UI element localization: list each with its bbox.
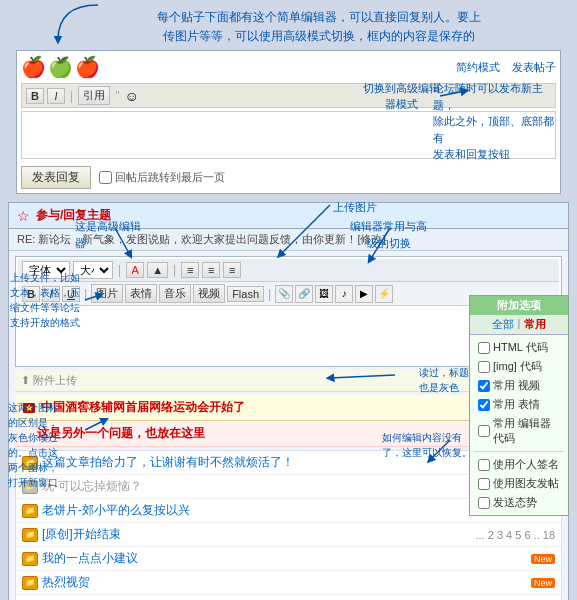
page-container: 每个贴子下面都有这个简单编辑器，可以直接回复别人。要上 传图片等等，可以使用高级…: [0, 0, 577, 600]
align-center[interactable]: ≡: [202, 262, 220, 278]
thread-title-2: 玩-可以忘掉烦恼？: [42, 478, 472, 495]
right-annot-post: 论坛随时可以发布新主题，除此之外，顶部、底部都有发表和回复按钮: [433, 80, 563, 163]
new-badge-5: New: [531, 554, 555, 564]
apple-icons-row: 🍎 🍏 🍎: [21, 55, 100, 79]
adv-toolbar-row1: 字体 大小 | A ▲ | ≡ ≡ ≡: [18, 259, 559, 282]
side-panel-header: 附加选项: [470, 296, 568, 315]
align-left[interactable]: ≡: [181, 262, 199, 278]
highlight-thread-text: 这是另外一个问题，也放在这里: [37, 426, 205, 440]
tab-all[interactable]: 全部: [492, 317, 514, 332]
side-panel: 附加选项 全部 | 常用 HTML 代码 [img] 代码 常用 视频 常用 表…: [469, 295, 569, 516]
submit-reply-btn[interactable]: 发表回复: [21, 166, 91, 189]
music-btn[interactable]: 音乐: [159, 284, 191, 303]
mode-label: 简约模式: [456, 60, 500, 75]
icon-link[interactable]: 🔗: [295, 285, 313, 303]
thread-title-4: [原创]开始结束: [42, 526, 472, 543]
side-item-img[interactable]: [img] 代码: [474, 357, 564, 376]
thread-title-6: 热烈视贺: [42, 574, 524, 591]
align-right[interactable]: ≡: [223, 262, 241, 278]
section-icon: ☆: [17, 208, 30, 224]
new-badge-6: New: [531, 578, 555, 588]
icon-upload[interactable]: 📎: [275, 285, 293, 303]
top-annotation-text: 每个贴子下面都有这个简单编辑器，可以直接回复别人。要上: [157, 10, 481, 24]
video-btn[interactable]: 视频: [193, 284, 225, 303]
switch-common-annot: 编辑器常用与高级的切换: [350, 218, 427, 251]
quote-btn[interactable]: 引用: [78, 86, 110, 105]
side-panel-tabs: 全部 | 常用: [470, 315, 568, 335]
top-annotation: 每个贴子下面都有这个简单编辑器，可以直接回复别人。要上 传图片等等，可以使用高级…: [8, 8, 569, 46]
附加选项-label: 附加选项: [497, 298, 541, 313]
folder-icon-4: 📁: [22, 528, 38, 542]
side-panel-items: HTML 代码 [img] 代码 常用 视频 常用 表情 常用 编辑器代码 使用…: [470, 335, 568, 515]
recover-annot: 如何编辑内容没有了，这里可以恢复。: [382, 430, 472, 460]
img-btn[interactable]: 图片: [91, 284, 123, 303]
thread-title-5: 我的一点点小建议: [42, 550, 524, 567]
bold-btn[interactable]: B: [26, 88, 44, 104]
thread-item-4[interactable]: 📁 [原创]开始结束 ... 2 3 4 5 6 .. 18: [16, 523, 561, 547]
thread-item-6[interactable]: 📁 热烈视贺 New: [16, 571, 561, 595]
featured-thread-title: 中国酒窖移辅网首届网络运动会开始了: [41, 399, 245, 416]
color-btn[interactable]: A: [126, 262, 144, 278]
face-btn[interactable]: 表情: [125, 284, 157, 303]
sep2: |: [171, 263, 178, 277]
sep3: |: [82, 287, 89, 301]
side-item-send[interactable]: 发送态势: [474, 493, 564, 512]
apple-icon-1: 🍎: [21, 55, 46, 79]
side-item-html[interactable]: HTML 代码: [474, 338, 564, 357]
italic-btn[interactable]: I: [47, 88, 65, 104]
side-item-sig[interactable]: 使用个人签名: [474, 455, 564, 474]
thread-item-5[interactable]: 📁 我的一点点小建议 New: [16, 547, 561, 571]
side-item-code[interactable]: 常用 编辑器代码: [474, 414, 564, 448]
folder-icon-6: 📁: [22, 576, 38, 590]
upload-img-annot: 上传图片: [333, 200, 377, 215]
icons-diff-annot: 这两个图标的区别是，灰色你读过的。点击这两个图标，打开新窗口: [8, 400, 58, 490]
toolbar-sep2: ": [113, 89, 121, 103]
icon-image2[interactable]: 🖼: [315, 285, 333, 303]
side-item-face[interactable]: 常用 表情: [474, 395, 564, 414]
folder-icon-3: 📁: [22, 504, 38, 518]
thread-title-3: 老饼片-郊小平的么复按以兴: [42, 502, 524, 519]
sep: |: [116, 263, 123, 277]
read-annot: 读过，标题也是灰色: [419, 365, 469, 395]
redirect-label-text: 回帖后跳转到最后一页: [115, 170, 225, 185]
flash-btn[interactable]: Flash: [227, 286, 264, 302]
icon-flash2[interactable]: ⚡: [375, 285, 393, 303]
top-annotation-text2: 传图片等等，可以使用高级模式切换，框内的内容是保存的: [163, 29, 475, 43]
icon-video2[interactable]: ▶: [355, 285, 373, 303]
tab-common[interactable]: 常用: [524, 317, 546, 332]
redirect-checkbox-label[interactable]: 回帖后跳转到最后一页: [99, 170, 225, 185]
hilite-btn[interactable]: ▲: [147, 262, 168, 278]
top-arrow-svg: [38, 0, 118, 45]
reply-bar-text: RE: 新论坛，新气象，发图说贴，欢迎大家提出问题反馈，由你更新！[修改]: [17, 233, 386, 245]
adv-editor-annot: 这是高级编辑器: [75, 218, 141, 251]
apple-icon-3: 🍎: [75, 55, 100, 79]
thread-item-7[interactable]: 📁 疑问！ New: [16, 595, 561, 600]
upload-hint: ⬆ 附件上传: [21, 373, 77, 388]
thread-pages-4: ... 2 3 4 5 6 .. 18: [476, 529, 556, 541]
folder-icon-5: 📁: [22, 552, 38, 566]
editor-footer: 发表回复 回帖后跳转到最后一页: [21, 166, 556, 189]
icon-music2[interactable]: ♪: [335, 285, 353, 303]
switch-advanced-annot: 切换到高级编辑器模式: [363, 81, 440, 112]
redirect-checkbox[interactable]: [99, 171, 112, 184]
sep4: |: [266, 287, 273, 301]
side-item-video[interactable]: 常用 视频: [474, 376, 564, 395]
tab-sep: |: [518, 317, 521, 332]
post-button-top[interactable]: 发表帖子: [512, 60, 556, 75]
side-item-post[interactable]: 使用图友发帖: [474, 474, 564, 493]
toolbar-sep1: |: [68, 89, 75, 103]
upload-annot: 上传文件，比如文本，表格，压缩文件等等论坛支持开放的格式: [10, 270, 80, 330]
emoji-btn[interactable]: ☺: [124, 88, 138, 104]
apple-icon-2: 🍏: [48, 55, 73, 79]
